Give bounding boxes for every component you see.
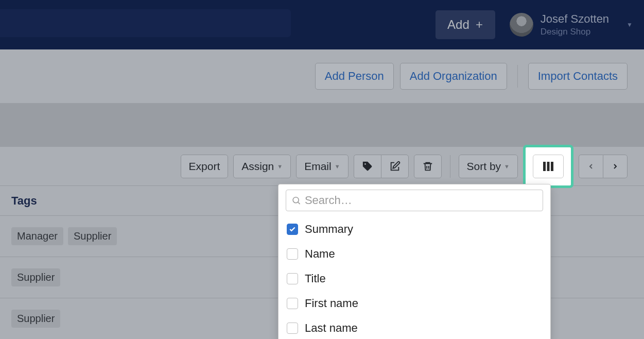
dropdown-item-label: Summary — [305, 223, 353, 236]
tag-icon — [362, 161, 373, 172]
spacer-band — [0, 103, 644, 147]
dropdown-search-wrap — [279, 184, 550, 217]
sort-by-button[interactable]: Sort by ▼ — [459, 155, 518, 178]
columns-icon — [542, 161, 554, 172]
user-menu[interactable]: Josef Szotten Design Shop ▼ — [510, 12, 633, 37]
assign-button[interactable]: Assign ▼ — [233, 155, 291, 178]
dropdown-item-label: Title — [305, 272, 326, 285]
svg-rect-3 — [551, 162, 553, 171]
tag-chip[interactable]: Supplier — [68, 227, 117, 245]
columns-button[interactable] — [533, 155, 564, 178]
checkbox[interactable] — [287, 273, 298, 284]
dropdown-item[interactable]: Name — [279, 242, 550, 266]
delete-button[interactable] — [414, 155, 442, 178]
email-label: Email — [304, 160, 332, 173]
prev-page-button[interactable] — [579, 155, 603, 178]
plus-icon — [474, 20, 484, 30]
global-search-input[interactable] — [0, 9, 291, 37]
action-bar: Add Person Add Organization Import Conta… — [0, 49, 644, 103]
dropdown-item[interactable]: Last name — [279, 316, 550, 339]
column-header-label: Tags — [11, 194, 37, 208]
add-button[interactable]: Add — [436, 10, 495, 39]
top-header: Add Josef Szotten Design Shop ▼ — [0, 0, 644, 49]
add-organization-button[interactable]: Add Organization — [400, 63, 507, 90]
chevron-right-icon — [611, 161, 619, 172]
chevron-down-icon: ▼ — [626, 21, 633, 28]
sort-by-label: Sort by — [467, 160, 501, 173]
tag-chip[interactable]: Supplier — [11, 268, 60, 286]
assign-label: Assign — [241, 160, 274, 173]
export-button[interactable]: Export — [181, 155, 229, 178]
dropdown-item-label: Name — [305, 247, 335, 261]
checkbox[interactable] — [287, 224, 298, 235]
chevron-down-icon: ▼ — [335, 163, 340, 170]
svg-point-0 — [364, 163, 366, 165]
checkbox[interactable] — [287, 248, 298, 260]
user-text: Josef Szotten Design Shop — [541, 12, 609, 37]
columns-search-input[interactable] — [305, 194, 537, 207]
checkbox[interactable] — [287, 323, 298, 334]
dropdown-item-label: Last name — [305, 321, 358, 335]
user-org: Design Shop — [541, 27, 609, 37]
trash-icon — [422, 161, 433, 172]
edit-button[interactable] — [381, 155, 409, 178]
dropdown-item[interactable]: First name — [279, 291, 550, 316]
dropdown-item[interactable]: Title — [279, 266, 550, 291]
tag-edit-group — [354, 155, 409, 178]
add-person-button[interactable]: Add Person — [315, 63, 394, 90]
columns-button-highlight — [523, 145, 573, 188]
divider — [450, 155, 450, 178]
divider — [517, 65, 518, 88]
search-icon — [291, 195, 301, 206]
tag-button[interactable] — [354, 155, 381, 178]
dropdown-item-label: First name — [305, 297, 358, 310]
chevron-down-icon: ▼ — [277, 163, 283, 170]
pagination-group — [579, 155, 628, 178]
tag-chip[interactable]: Manager — [11, 227, 63, 245]
user-name: Josef Szotten — [541, 12, 609, 26]
dropdown-item[interactable]: Summary — [279, 217, 550, 242]
svg-rect-1 — [543, 162, 546, 171]
chevron-left-icon — [587, 161, 595, 172]
next-page-button[interactable] — [603, 155, 628, 178]
edit-icon — [389, 161, 401, 172]
checkbox[interactable] — [287, 298, 298, 309]
toolbar-row: Export Assign ▼ Email ▼ Sort by ▼ — [0, 147, 644, 186]
tag-chip[interactable]: Supplier — [11, 310, 60, 328]
chevron-down-icon: ▼ — [504, 163, 510, 170]
export-label: Export — [189, 160, 220, 173]
add-button-label: Add — [447, 18, 469, 32]
svg-point-4 — [293, 197, 299, 203]
svg-rect-2 — [547, 162, 550, 171]
email-button[interactable]: Email ▼ — [296, 155, 348, 178]
columns-dropdown: SummaryNameTitleFirst nameLast name — [278, 184, 551, 339]
import-contacts-button[interactable]: Import Contacts — [528, 63, 628, 90]
avatar — [510, 13, 533, 37]
